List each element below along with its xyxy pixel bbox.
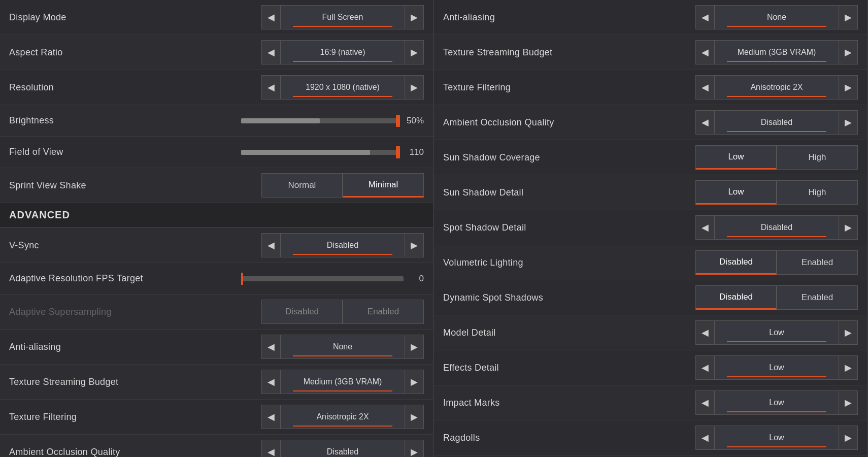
slider-track[interactable] [241,150,398,155]
arrow-value-text: None [333,342,352,351]
arrow-control: ◀Full Screen▶ [261,5,424,29]
setting-label: Sun Shadow Detail [443,187,626,198]
fps-slider-marker [241,273,243,285]
setting-label: Effects Detail [443,363,626,373]
dual-btn-option1[interactable]: Normal [261,173,343,198]
arrow-right-button[interactable]: ▶ [839,110,858,135]
arrow-value-text: Disabled [761,223,792,232]
slider-track[interactable] [241,118,398,123]
setting-control: ◀Medium (3GB VRAM)▶ [626,40,858,64]
dual-btn-option2[interactable]: Minimal [343,173,424,198]
setting-label: Field of View [9,147,172,157]
arrow-right-button[interactable]: ▶ [405,370,424,394]
dual-btn-option1[interactable]: Low [695,145,777,170]
setting-label: Sprint View Shake [9,180,172,191]
setting-control: ◀Disabled▶ [172,440,424,457]
dual-btn-option2[interactable]: Enabled [343,300,424,324]
arrow-right-button[interactable]: ▶ [839,390,858,415]
dual-btn-option2[interactable]: Enabled [777,285,858,310]
arrow-value-text: Low [769,363,784,372]
arrow-right-button[interactable]: ▶ [839,320,858,345]
arrow-left-button[interactable]: ◀ [261,233,281,257]
arrow-left-button[interactable]: ◀ [261,5,281,29]
arrow-left-button[interactable]: ◀ [261,370,281,394]
arrow-left-button[interactable]: ◀ [695,426,715,450]
arrow-control: ◀None▶ [261,335,424,359]
arrow-value-text: Low [769,328,784,337]
setting-row: Anti-aliasing◀None▶ [0,330,433,365]
dual-button-control: LowHigh [695,180,858,205]
arrow-left-button[interactable]: ◀ [695,40,715,64]
arrow-left-button[interactable]: ◀ [695,215,715,240]
arrow-value-text: Low [769,433,784,442]
dual-button-control: NormalMinimal [261,173,424,198]
arrow-control: ◀Disabled▶ [695,215,858,240]
dual-btn-option1[interactable]: Disabled [695,285,777,310]
arrow-control: ◀Low▶ [695,355,858,380]
arrow-left-button[interactable]: ◀ [695,110,715,135]
arrow-left-button[interactable]: ◀ [261,335,281,359]
dual-btn-option1[interactable]: Disabled [695,250,777,275]
orange-underline [727,131,826,132]
arrow-left-button[interactable]: ◀ [261,75,281,100]
setting-row: V-Sync◀Disabled▶ [0,228,433,263]
setting-control: ◀None▶ [172,335,424,359]
arrow-control: ◀Low▶ [695,320,858,345]
arrow-right-button[interactable]: ▶ [839,355,858,380]
slider-control[interactable]: 50% [241,116,424,126]
arrow-left-button[interactable]: ◀ [695,355,715,380]
arrow-right-button[interactable]: ▶ [405,233,424,257]
arrow-right-button[interactable]: ▶ [405,5,424,29]
dual-btn-option1[interactable]: Low [695,180,777,205]
dual-btn-option2[interactable]: High [777,145,858,170]
arrow-right-button[interactable]: ▶ [405,40,424,64]
setting-row: Sprint View ShakeNormalMinimal [0,168,433,203]
arrow-value-text: 16:9 (native) [320,48,365,57]
arrow-control: ◀Low▶ [695,390,858,415]
setting-control: ◀None▶ [626,5,858,29]
orange-underline [293,26,392,27]
arrow-value-text: Medium (3GB VRAM) [304,377,382,386]
setting-label: Ragdolls [443,433,626,443]
setting-label: Ambient Occlusion Quality [9,447,172,458]
setting-control: 50% [172,116,424,126]
arrow-left-button[interactable]: ◀ [695,390,715,415]
setting-row: Impact Marks◀Low▶ [434,385,867,420]
dual-btn-option2[interactable]: Enabled [777,250,858,275]
arrow-left-button[interactable]: ◀ [261,405,281,429]
arrow-right-button[interactable]: ▶ [839,40,858,64]
arrow-left-button[interactable]: ◀ [261,440,281,457]
fps-slider-control[interactable]: 0 [241,274,424,284]
setting-row: Anti-aliasing◀None▶ [434,0,867,35]
arrow-value-text: 1920 x 1080 (native) [306,83,380,92]
setting-control: DisabledEnabled [626,285,858,310]
arrow-right-button[interactable]: ▶ [405,440,424,457]
arrow-right-button[interactable]: ▶ [405,75,424,100]
setting-label: V-Sync [9,240,172,251]
dual-button-control: DisabledEnabled [261,300,424,324]
setting-control: DisabledEnabled [172,300,424,324]
arrow-right-button[interactable]: ▶ [839,426,858,450]
arrow-right-button[interactable]: ▶ [839,75,858,100]
slider-thumb[interactable] [396,115,400,127]
fps-slider-track[interactable] [241,276,404,281]
setting-label: Sun Shadow Coverage [443,152,626,163]
arrow-right-button[interactable]: ▶ [405,405,424,429]
arrow-left-button[interactable]: ◀ [261,40,281,64]
setting-row: Brightness50% [0,105,433,137]
arrow-right-button[interactable]: ▶ [405,335,424,359]
setting-row: Ambient Occlusion Quality◀Disabled▶ [434,105,867,140]
arrow-right-button[interactable]: ▶ [839,5,858,29]
slider-thumb[interactable] [396,146,400,158]
dual-btn-option1[interactable]: Disabled [261,300,343,324]
arrow-left-button[interactable]: ◀ [695,5,715,29]
dual-btn-option2[interactable]: High [777,180,858,205]
slider-control[interactable]: 110 [241,147,424,157]
arrow-left-button[interactable]: ◀ [695,75,715,100]
arrow-left-button[interactable]: ◀ [695,320,715,345]
arrow-right-button[interactable]: ▶ [839,215,858,240]
setting-control: ◀Anisotropic 2X▶ [172,405,424,429]
arrow-value-text: Full Screen [322,13,363,22]
setting-row: Resolution◀1920 x 1080 (native)▶ [0,70,433,105]
setting-row: Volumetric LightingDisabledEnabled [434,245,867,280]
